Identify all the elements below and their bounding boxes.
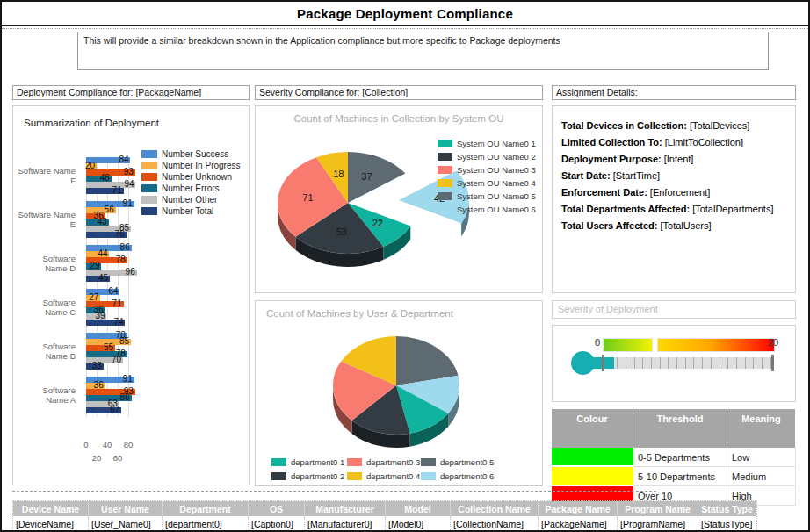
legend-item: System OU Name0 6 xyxy=(438,205,536,214)
bar-value-label: 64 xyxy=(108,286,118,296)
deployment-detail-table: Device NameUser NameDepartmentOSManufact… xyxy=(12,500,757,532)
description-textbox: This will provide a similar breakdown sh… xyxy=(77,32,769,70)
legend-item: department0 3 xyxy=(347,457,420,467)
bar-chart-title: Summarization of Deployment xyxy=(24,118,159,128)
detail-column-header: User Name xyxy=(89,501,163,516)
bar-value-label: 33 xyxy=(92,361,102,370)
page-title: Package Deployment Compliance xyxy=(297,6,513,21)
legend-label: System OU Name0 6 xyxy=(457,205,536,214)
assignment-details-header-text: Assignment Details: xyxy=(556,87,638,97)
bar-value-label: 94 xyxy=(124,179,134,189)
thermometer-tube xyxy=(592,357,774,369)
severity-compliance-header-text: Severity Compliance for: [Collection] xyxy=(259,87,408,97)
legend-item: department0 4 xyxy=(347,471,420,481)
detail-value-cell: [CollectionName] xyxy=(451,516,539,532)
detail-column-header: Package Name xyxy=(539,501,618,516)
category-label: Software Name C xyxy=(13,289,80,326)
legend-swatch xyxy=(141,207,157,215)
legend-label: department0 6 xyxy=(440,471,494,481)
legend-swatch xyxy=(438,153,452,161)
detail-column-header: Model xyxy=(386,501,451,516)
detail-value-cell: [ProgramName] xyxy=(618,516,698,532)
legend-label: department0 2 xyxy=(291,471,344,481)
bar-value-label: 93 xyxy=(124,167,134,176)
category-label: Software Name A xyxy=(13,377,80,413)
legend-label: System OU Name0 1 xyxy=(457,139,536,148)
legend-swatch xyxy=(347,458,362,466)
axis-tick-label: 0 xyxy=(77,440,95,449)
assignment-detail-line: Deployment Purpose: [Intent] xyxy=(561,151,786,168)
title-separator xyxy=(2,28,808,29)
detail-column-header: Device Name xyxy=(13,501,89,516)
detail-column-header: OS xyxy=(249,501,305,516)
legend-item: System OU Name0 5 xyxy=(438,191,536,201)
bar-value-label: 70 xyxy=(112,355,121,364)
bar-value-label: 76 xyxy=(115,229,125,239)
severity-gauge-header: Severity of Deployment xyxy=(552,300,796,319)
assignment-detail-value: [TotalDevices] xyxy=(687,120,750,131)
legend-label: department0 3 xyxy=(366,457,420,467)
pie-data-label: 71 xyxy=(302,192,313,203)
department-pie-panel: Count of Machines by User & Department d… xyxy=(255,300,543,486)
assignment-detail-line: Total Departments Affected: [TotalDepart… xyxy=(561,201,786,218)
assignment-details-panel: Total Devices in Collection: [TotalDevic… xyxy=(552,105,796,293)
gauge-scale-high-segment xyxy=(657,338,775,352)
gauge-min-label: 0 xyxy=(595,337,600,348)
threshold-column-header: Meaning xyxy=(727,409,796,448)
legend-label: Number Other xyxy=(162,195,217,205)
assignment-detail-label: Total Departments Affected: xyxy=(561,204,690,214)
detail-value-cell: [PackageName] xyxy=(539,516,618,532)
legend-item: System OU Name0 4 xyxy=(438,178,536,188)
legend-item: department0 2 xyxy=(271,471,344,481)
legend-label: Number Unknown xyxy=(162,172,232,182)
detail-value-cell: [Caption0] xyxy=(249,516,305,532)
detail-value-cell: [User_Name0] xyxy=(89,516,163,532)
legend-item: Number In Progress xyxy=(141,162,240,170)
bar-value-label: 45 xyxy=(98,273,108,283)
category-label: Software Name E xyxy=(13,201,80,238)
legend-item: department0 5 xyxy=(421,457,494,467)
deployment-compliance-header-text: Deployment Compliance for: [PackageName] xyxy=(17,87,201,97)
legend-item: department0 6 xyxy=(421,471,494,481)
bar-chart-legend: Number SuccessNumber In ProgressNumber U… xyxy=(141,150,240,219)
bar-group: Software Name C642771363974 xyxy=(13,289,249,326)
bar-group: Software Name A913693866367 xyxy=(13,377,249,413)
detail-value-cell: [department0] xyxy=(163,516,249,532)
assignment-detail-value: [TotalDepartments] xyxy=(690,204,773,214)
legend-item: Number Unknown xyxy=(141,173,240,182)
assignment-detail-value: [LimitToCollection] xyxy=(662,137,743,147)
assignment-details-header: Assignment Details: xyxy=(552,85,796,100)
bar-value-label: 56 xyxy=(105,205,114,214)
bar-value-label: 85 xyxy=(119,336,129,346)
category-label: Software Name F xyxy=(13,157,80,194)
assignment-detail-value: [Intent] xyxy=(662,154,694,164)
threshold-color-cell xyxy=(552,467,633,486)
bar-value-label: 86 xyxy=(120,392,130,402)
assignment-detail-label: Start Date: xyxy=(561,170,611,181)
bar-value-label: 96 xyxy=(126,267,135,277)
legend-label: System OU Name0 3 xyxy=(457,165,536,175)
legend-swatch xyxy=(141,196,157,204)
detail-value-cell: [Model0] xyxy=(386,516,451,532)
threshold-color-cell xyxy=(552,448,633,467)
detail-column-header: Status Type xyxy=(698,501,756,516)
threshold-meaning-cell: Medium xyxy=(727,467,796,486)
legend-label: department0 1 xyxy=(291,457,344,467)
assignment-detail-label: Enforcement Date: xyxy=(561,187,647,198)
pie-data-label: 53 xyxy=(336,226,347,237)
assignment-detail-line: Enforcement Date: [Enforcement] xyxy=(561,184,786,201)
detail-column-header: Collection Name xyxy=(451,501,539,516)
legend-swatch xyxy=(421,472,436,480)
legend-label: System OU Name0 2 xyxy=(457,152,536,162)
detail-column-header: Manufacturer xyxy=(305,501,386,516)
axis-tick-label: 40 xyxy=(98,440,116,449)
pie-data-label: 22 xyxy=(372,218,383,228)
pie-data-label: 18 xyxy=(333,169,344,179)
legend-label: System OU Name0 4 xyxy=(457,178,536,188)
detail-column-header: Program Name xyxy=(618,501,698,516)
legend-item: System OU Name0 3 xyxy=(438,165,536,175)
section-separator xyxy=(12,491,656,492)
threshold-header-row: ColourThresholdMeaning xyxy=(552,409,796,448)
summarization-panel: Summarization of Deployment Software Nam… xyxy=(12,105,250,485)
pie-data-label: 37 xyxy=(361,171,372,182)
